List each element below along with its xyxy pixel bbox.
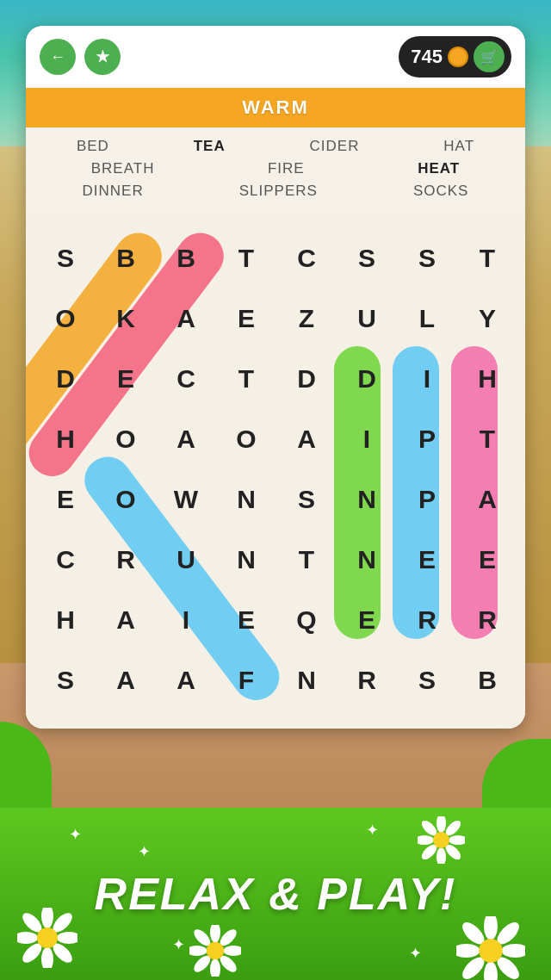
word-socks: SOCKS	[413, 183, 469, 200]
cell-2-6[interactable]: I	[398, 350, 456, 408]
cell-8-4	[277, 711, 336, 729]
cell-2-4[interactable]: D	[277, 350, 336, 408]
cell-7-3[interactable]: F	[217, 651, 276, 710]
cell-0-1[interactable]: B	[96, 229, 155, 288]
cell-1-6[interactable]: L	[398, 289, 456, 348]
cell-1-3[interactable]: E	[217, 289, 276, 348]
cell-3-1[interactable]: O	[96, 410, 155, 468]
cell-7-0[interactable]: S	[36, 651, 95, 710]
cell-5-7[interactable]: E	[458, 530, 517, 589]
cell-3-2[interactable]: A	[157, 410, 215, 468]
word-breath: BREATH	[91, 160, 155, 177]
svg-point-9	[210, 925, 220, 943]
cell-5-3[interactable]: N	[217, 530, 276, 589]
cell-5-6[interactable]: E	[398, 530, 456, 589]
cart-icon: 🛒	[480, 49, 498, 65]
sparkle-3: ✦	[366, 821, 379, 840]
cell-1-4[interactable]: Z	[277, 289, 336, 348]
cart-button[interactable]: 🛒	[474, 41, 505, 72]
svg-point-11	[223, 946, 241, 956]
cell-2-2[interactable]: C	[157, 350, 215, 408]
word-fire: FIRE	[268, 160, 305, 177]
cell-3-0[interactable]: H	[36, 410, 95, 468]
cell-3-3[interactable]: O	[217, 410, 276, 468]
cell-5-2[interactable]: U	[157, 530, 215, 589]
letter-grid[interactable]: S B B T C S S T O K A E Z U L Y D E C	[36, 229, 515, 729]
cell-3-5[interactable]: I	[337, 410, 396, 468]
cell-6-0[interactable]: H	[36, 591, 95, 649]
cell-0-4[interactable]: C	[277, 229, 336, 288]
cell-3-4[interactable]: A	[277, 410, 336, 468]
cell-2-3[interactable]: T	[217, 350, 276, 408]
score-display: 745	[411, 46, 443, 68]
cell-3-6[interactable]: P	[398, 410, 456, 468]
cell-1-1[interactable]: K	[96, 289, 155, 348]
cell-0-0[interactable]: S	[36, 229, 95, 288]
word-bed: BED	[77, 138, 109, 155]
word-cider: CIDER	[310, 138, 360, 155]
svg-point-17	[207, 942, 225, 960]
cell-1-2[interactable]: A	[157, 289, 215, 348]
star-button[interactable]: ★	[84, 39, 121, 75]
cell-5-4[interactable]: T	[277, 530, 336, 589]
grid-area[interactable]: S B B T C S S T O K A E Z U L Y D E C	[26, 215, 525, 729]
back-button[interactable]: ←	[40, 39, 76, 75]
cell-8-6	[398, 711, 456, 729]
cell-6-7[interactable]: R	[458, 591, 517, 649]
cell-2-5[interactable]: D	[337, 350, 396, 408]
cell-1-7[interactable]: Y	[458, 289, 517, 348]
cell-4-2[interactable]: W	[157, 470, 215, 529]
cell-0-5[interactable]: S	[337, 229, 396, 288]
daisy-top-right	[418, 816, 465, 867]
grid-container: S B B T C S S T O K A E Z U L Y D E C	[36, 229, 515, 711]
cell-1-0[interactable]: O	[36, 289, 95, 348]
svg-point-2	[57, 932, 77, 944]
cell-6-5[interactable]: E	[337, 591, 396, 649]
cell-0-2[interactable]: B	[157, 229, 215, 288]
cell-5-1[interactable]: R	[96, 530, 155, 589]
cell-4-5[interactable]: N	[337, 470, 396, 529]
cell-1-5[interactable]: U	[337, 289, 396, 348]
cell-0-6[interactable]: S	[398, 229, 456, 288]
cell-4-7[interactable]: A	[458, 470, 517, 529]
cell-8-2[interactable]: T	[157, 711, 215, 729]
svg-point-4	[41, 947, 53, 968]
cell-4-0[interactable]: E	[36, 470, 95, 529]
cell-0-3[interactable]: T	[217, 229, 276, 288]
svg-point-35	[433, 832, 449, 848]
cell-6-3[interactable]: E	[217, 591, 276, 649]
cell-7-1[interactable]: A	[96, 651, 155, 710]
cell-5-0[interactable]: C	[36, 530, 95, 589]
cell-0-7[interactable]: T	[458, 229, 517, 288]
cell-8-0[interactable]: C	[36, 711, 95, 729]
daisy-bottom-left	[17, 908, 77, 971]
word-slippers: SLIPPERS	[239, 183, 318, 200]
cell-7-5[interactable]: R	[337, 651, 396, 710]
cell-6-1[interactable]: A	[96, 591, 155, 649]
cell-4-6[interactable]: P	[398, 470, 456, 529]
svg-point-0	[41, 908, 53, 928]
cell-2-0[interactable]: D	[36, 350, 95, 408]
svg-point-26	[479, 939, 502, 962]
cell-6-4[interactable]: Q	[277, 591, 336, 649]
game-container: ← ★ 745 🛒 WARM BED TEA CIDER HAT BREATH …	[26, 26, 525, 729]
cell-2-7[interactable]: H	[458, 350, 517, 408]
cell-7-2[interactable]: A	[157, 651, 215, 710]
cell-6-2[interactable]: I	[157, 591, 215, 649]
cell-4-4[interactable]: S	[277, 470, 336, 529]
category-title: WARM	[242, 96, 309, 118]
cell-7-6[interactable]: S	[398, 651, 456, 710]
cell-7-7[interactable]: B	[458, 651, 517, 710]
cell-8-5	[337, 711, 396, 729]
word-dinner: DINNER	[83, 183, 144, 200]
word-row-2: BREATH FIRE HEAT	[34, 160, 517, 177]
cell-3-7[interactable]: T	[458, 410, 517, 468]
cell-2-1[interactable]: E	[96, 350, 155, 408]
svg-point-20	[502, 944, 525, 958]
cell-4-1[interactable]: O	[96, 470, 155, 529]
cell-4-3[interactable]: N	[217, 470, 276, 529]
cell-8-1[interactable]: S	[96, 711, 155, 729]
cell-6-6[interactable]: R	[398, 591, 456, 649]
cell-5-5[interactable]: N	[337, 530, 396, 589]
cell-7-4[interactable]: N	[277, 651, 336, 710]
